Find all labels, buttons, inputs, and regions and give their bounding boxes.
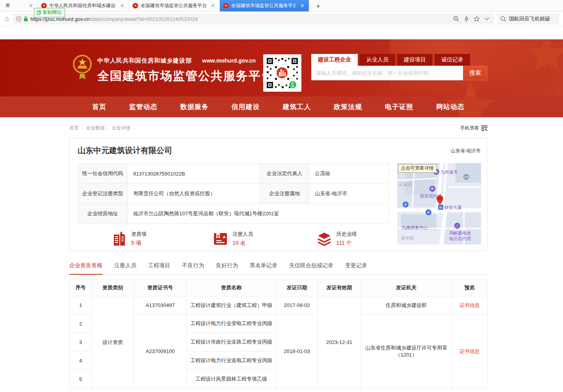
page-top-gap xyxy=(0,26,563,39)
tab-close-icon[interactable]: ✕ xyxy=(28,3,34,9)
map-tooltip: 点击可查看详情 xyxy=(398,164,437,173)
map-label-business-center: 九峰商务中心 xyxy=(402,225,428,230)
site-title: 全国建筑市场监管公共服务平台 xyxy=(97,68,274,84)
tab-close-icon[interactable]: ✕ xyxy=(119,3,126,9)
qualification-table: 序号 资质类别 资质证书号 资质名称 发证日期 发证有效期 发证机关 预览 1 … xyxy=(69,279,488,388)
stat-qualifications: 资质项 5 项 xyxy=(78,231,181,247)
parking-icon: P xyxy=(403,202,409,207)
legal-rep-value: 公茂福 xyxy=(309,164,389,184)
stat-history-performance: 历史业绩 111 个 xyxy=(285,231,388,247)
nav-news[interactable]: 网站动态 xyxy=(436,102,465,111)
quick-search-text: 国航回应飞机颠簸 xyxy=(509,15,550,22)
search-button[interactable]: 搜索 xyxy=(463,66,487,80)
address-bar[interactable]: https://jzsc.mohurd.gov.cn/data/company/… xyxy=(13,14,494,24)
nav-home[interactable]: 首页 xyxy=(92,102,106,111)
authority: 住房和城乡建设部 xyxy=(361,296,452,314)
layers-icon xyxy=(317,232,332,246)
browser-toolbar: ☆ https://jzsc.mohurd.gov.cn/data/compan… xyxy=(0,12,563,26)
nav-license[interactable]: 电子证照 xyxy=(385,102,413,111)
tab-bad-behavior[interactable]: 不良行为 xyxy=(182,262,204,274)
col-authority: 发证机关 xyxy=(361,279,452,296)
nav-policy[interactable]: 政策法规 xyxy=(334,102,362,111)
tab-good-behavior[interactable]: 良好行为 xyxy=(216,262,238,274)
stat-value: 111 个 xyxy=(336,240,357,247)
company-location-map[interactable]: ▣ 九州超市 ATM 记花园 🏛 联安现代城 ▤ 联安大厦 P P 九峰商务中心… xyxy=(397,163,481,244)
nav-workers[interactable]: 建筑工人 xyxy=(282,102,311,111)
tab-blacklist[interactable]: 黑名单记录 xyxy=(250,262,277,274)
reg-type-value: 有限责任公司（自然人投资或控股） xyxy=(128,184,260,204)
table-header-row: 序号 资质类别 资质证书号 资质名称 发证日期 发证有效期 发证机关 预览 xyxy=(70,279,488,296)
lightning-icon[interactable] xyxy=(464,16,469,22)
search-tab-personnel[interactable]: 从业人员 xyxy=(360,54,395,66)
bookmark-star-icon[interactable]: ☆ xyxy=(4,15,10,23)
stat-label: 资质项 xyxy=(131,231,147,238)
breadcrumb-home[interactable]: 首页 xyxy=(69,125,79,131)
search-tab-credit[interactable]: 诚信记录 xyxy=(435,54,470,66)
nav-credit[interactable]: 信用建设 xyxy=(232,102,260,111)
nav-data-service[interactable]: 数据服务 xyxy=(180,102,209,111)
new-tab-button[interactable]: ＋ xyxy=(309,1,327,11)
map-label-garden: 记花园 xyxy=(399,182,412,187)
issue-date: 2017-08-02 xyxy=(276,296,318,314)
tab-title: 全国建筑市场监管公共服务平台 xyxy=(141,2,206,9)
stat-label: 历史业绩 xyxy=(336,231,357,238)
browser-tab-strip: 界 ✕ 中华人民共和国住房和城乡建设 ✕ 全国建筑市场监管公共服务平台 ✕ 全国… xyxy=(0,0,563,12)
tab-registered-personnel[interactable]: 注册人员 xyxy=(114,262,136,274)
tab-dishonesty[interactable]: 失信联合惩戒记录 xyxy=(289,262,333,274)
site-header: 中华人民共和国住房和城乡建设部 www.mohurd.gov.cn 全国建筑市场… xyxy=(0,39,563,96)
ministry-url: www.mohurd.gov.cn xyxy=(202,57,256,64)
chevron-down-icon[interactable] xyxy=(485,17,489,20)
tab-projects[interactable]: 工程项目 xyxy=(148,262,170,274)
tab-changes[interactable]: 变更记录 xyxy=(345,262,367,274)
qual-name: 工程设计建筑行业（建筑工程）甲级 xyxy=(187,296,276,314)
browser-tab-partial[interactable]: 界 ✕ xyxy=(0,0,38,11)
zoom-out-icon[interactable] xyxy=(453,16,459,22)
credit-code-value: 91371302675501022B xyxy=(128,164,260,184)
mobile-view-label: 手机查看 xyxy=(460,125,479,131)
tab-qualifications[interactable]: 企业资质资格 xyxy=(69,262,102,275)
tab-close-icon[interactable]: ✕ xyxy=(299,3,306,9)
company-card: 山东中元建筑设计有限公司 山东省-临沂市 统一社会信用代码 9137130267… xyxy=(69,138,487,251)
search-tab-enterprise[interactable]: 建设工程企业 xyxy=(311,54,358,66)
tab-close-icon[interactable]: ✕ xyxy=(210,3,216,9)
qr-code-card xyxy=(263,54,301,92)
battery-pin-icon: ▢ xyxy=(454,223,460,229)
reg-region-value: 山东省-临沂市 xyxy=(309,184,389,204)
mobile-view-button[interactable]: 手机查看 xyxy=(460,125,487,131)
col-valid-until: 发证有效期 xyxy=(318,279,361,296)
browser-tab-2[interactable]: 全国建筑市场监管公共服务平台 ✕ xyxy=(129,0,220,11)
quick-search-box[interactable]: 国航回应飞机颠簸 xyxy=(497,14,559,24)
favorite-star-icon[interactable] xyxy=(474,16,480,22)
company-stats: 资质项 5 项 注册人员 10 名 历史业绩 111 个 xyxy=(78,231,388,247)
qr-mini-icon xyxy=(481,125,487,131)
company-region: 山东省-临沂市 xyxy=(451,148,481,154)
url-path: /data/company/detail?id=0021052912405330… xyxy=(89,16,198,22)
row-no: 3 xyxy=(70,333,92,351)
breadcrumb-company-data[interactable]: 企业数据 xyxy=(86,125,105,131)
site-favicon-icon xyxy=(223,3,229,9)
parking-icon: P xyxy=(426,209,431,215)
search-tab-project[interactable]: 建设项目 xyxy=(397,54,433,66)
certificate-info-link[interactable]: 证书信息 xyxy=(459,348,480,354)
nav-supervision[interactable]: 监管动态 xyxy=(129,102,158,111)
certificate-info-link[interactable]: 证书信息 xyxy=(459,302,480,308)
keyword-input[interactable] xyxy=(311,66,463,80)
col-category: 资质类别 xyxy=(92,279,134,296)
browser-tab-active[interactable]: 全国建筑市场监管公共服务平台 ✕ xyxy=(220,0,309,11)
lock-icon xyxy=(24,16,28,22)
map-label-xinhuayuan: 新华苑 xyxy=(401,236,414,241)
stat-value: 5 项 xyxy=(131,240,147,247)
search-icon xyxy=(500,16,506,22)
url-text[interactable]: https://jzsc.mohurd.gov.cn/data/company/… xyxy=(30,16,451,22)
qual-name: 工程设计风景园林工程专项乙级 xyxy=(187,370,276,388)
map-label-supermarket: 九州超市 xyxy=(440,170,458,175)
shield-icon[interactable] xyxy=(16,16,21,22)
issue-date: 2018-01-03 xyxy=(276,314,318,388)
copy-icon xyxy=(37,10,41,15)
address-label: 企业经营地址 xyxy=(78,204,128,224)
national-emblem-icon xyxy=(72,54,93,83)
valid-until: 2023-12-31 xyxy=(318,296,361,388)
cert-no: A137030497 xyxy=(134,296,187,314)
breadcrumb-company-detail[interactable]: 企业详情 xyxy=(111,125,130,131)
map-label-battery-line2: 临沂总代理 xyxy=(449,236,471,241)
